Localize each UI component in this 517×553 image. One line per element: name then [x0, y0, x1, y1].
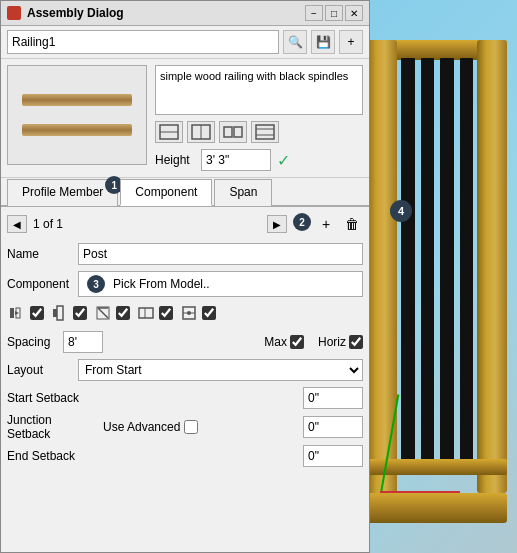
- filter-icons-row: [7, 303, 363, 323]
- prev-button[interactable]: ◀: [7, 215, 27, 233]
- pick-from-model-button[interactable]: 3 Pick From Model..: [78, 271, 363, 297]
- dialog-title: Assembly Dialog: [27, 6, 299, 20]
- filter-group-3: [93, 303, 130, 323]
- svg-rect-9: [10, 308, 14, 318]
- svg-line-13: [98, 308, 108, 318]
- filter-group-4: [136, 303, 173, 323]
- filter-icon-2[interactable]: [50, 303, 70, 323]
- assembly-icon-4[interactable]: [251, 121, 279, 143]
- filter-check-1[interactable]: [30, 306, 44, 320]
- start-setback-row: Start Setback: [7, 387, 363, 409]
- add-item-button[interactable]: +: [315, 213, 337, 235]
- title-bar: Assembly Dialog − □ ✕: [1, 1, 369, 26]
- filter-check-2[interactable]: [73, 306, 87, 320]
- junction-setback-row: Junction Setback Use Advanced: [7, 413, 363, 441]
- preview-image: [7, 65, 147, 165]
- description-text: simple wood railing with black spindles: [155, 65, 363, 115]
- name-label: Name: [7, 247, 72, 261]
- tab-span[interactable]: Span: [214, 179, 272, 206]
- svg-rect-6: [256, 125, 274, 139]
- preview-info: simple wood railing with black spindles: [155, 65, 363, 171]
- tabs-row: Profile Member 1 Component Span: [1, 178, 369, 207]
- junction-setback-input[interactable]: [303, 416, 363, 438]
- maximize-button[interactable]: □: [325, 5, 343, 21]
- save-button[interactable]: 💾: [311, 30, 335, 54]
- max-label: Max: [264, 335, 287, 349]
- end-setback-label: End Setback: [7, 449, 97, 463]
- svg-point-20: [187, 311, 191, 315]
- assembly-icon-2[interactable]: [187, 121, 215, 143]
- next-button[interactable]: ▶: [267, 215, 287, 233]
- junction-middle: Use Advanced: [103, 420, 297, 434]
- action-icons: 2 + 🗑: [293, 213, 363, 235]
- search-button[interactable]: 🔍: [283, 30, 307, 54]
- horiz-label: Horiz: [318, 335, 346, 349]
- use-advanced-label: Use Advanced: [103, 420, 180, 434]
- use-advanced-checkbox[interactable]: [184, 420, 198, 434]
- horiz-checkbox[interactable]: [349, 335, 363, 349]
- content-area: ◀ 1 of 1 ▶ 2 + 🗑 Name Component 3 Pick F…: [1, 207, 369, 552]
- height-row: Height ✓: [155, 149, 363, 171]
- name-input[interactable]: [78, 243, 363, 265]
- window-controls: − □ ✕: [305, 5, 363, 21]
- height-input[interactable]: [201, 149, 271, 171]
- name-row: Name: [7, 243, 363, 265]
- delete-item-button[interactable]: 🗑: [341, 213, 363, 235]
- tab-component[interactable]: Component: [120, 179, 212, 206]
- layout-label: Layout: [7, 363, 72, 377]
- assembly-icons: [155, 121, 363, 143]
- assembly-dialog: Assembly Dialog − □ ✕ 🔍 💾 + simple wood …: [0, 0, 370, 553]
- minimize-button[interactable]: −: [305, 5, 323, 21]
- filter-icon-4[interactable]: [136, 303, 156, 323]
- component-label: Component: [7, 277, 72, 291]
- filter-check-4[interactable]: [159, 306, 173, 320]
- close-button[interactable]: ✕: [345, 5, 363, 21]
- svg-rect-16: [139, 308, 153, 318]
- add-button[interactable]: +: [339, 30, 363, 54]
- component-row: Component 3 Pick From Model..: [7, 271, 363, 297]
- filter-icon-1[interactable]: [7, 303, 27, 323]
- svg-rect-12: [53, 309, 57, 317]
- svg-rect-5: [234, 127, 242, 137]
- badge-3: 3: [87, 275, 105, 293]
- spacing-horiz-group: Horiz: [318, 335, 363, 349]
- filter-group-1: [7, 303, 44, 323]
- railing-name-input[interactable]: [7, 30, 279, 54]
- assembly-icon-3[interactable]: [219, 121, 247, 143]
- spacing-input[interactable]: [63, 331, 103, 353]
- filter-check-3[interactable]: [116, 306, 130, 320]
- spacing-label: Spacing: [7, 335, 57, 349]
- filter-icon-3[interactable]: [93, 303, 113, 323]
- layout-select[interactable]: From Start From End Centered Distributed: [78, 359, 363, 381]
- max-checkbox[interactable]: [290, 335, 304, 349]
- layout-row: Layout From Start From End Centered Dist…: [7, 359, 363, 381]
- end-setback-input[interactable]: [303, 445, 363, 467]
- 3d-viewport: 4: [370, 0, 517, 553]
- start-setback-input[interactable]: [303, 387, 363, 409]
- badge-4: 4: [390, 200, 412, 222]
- nav-label: 1 of 1: [33, 217, 261, 231]
- filter-icon-5[interactable]: [179, 303, 199, 323]
- spacing-max-group: Max: [264, 335, 304, 349]
- height-confirm-icon[interactable]: ✓: [277, 151, 290, 170]
- filter-group-2: [50, 303, 87, 323]
- svg-rect-4: [224, 127, 232, 137]
- junction-setback-label: Junction Setback: [7, 413, 97, 441]
- start-setback-label: Start Setback: [7, 391, 97, 405]
- tab-profile-member[interactable]: Profile Member 1: [7, 179, 118, 206]
- preview-section: simple wood railing with black spindles: [1, 59, 369, 178]
- end-setback-row: End Setback: [7, 445, 363, 467]
- assembly-icon-1[interactable]: [155, 121, 183, 143]
- nav-row: ◀ 1 of 1 ▶ 2 + 🗑: [7, 213, 363, 235]
- toolbar: 🔍 💾 +: [1, 26, 369, 59]
- app-icon: [7, 6, 21, 20]
- filter-check-5[interactable]: [202, 306, 216, 320]
- badge-2: 2: [293, 213, 311, 231]
- height-label: Height: [155, 153, 195, 167]
- spacing-row: Spacing Max Horiz: [7, 331, 363, 353]
- svg-rect-11: [57, 306, 63, 320]
- filter-group-5: [179, 303, 216, 323]
